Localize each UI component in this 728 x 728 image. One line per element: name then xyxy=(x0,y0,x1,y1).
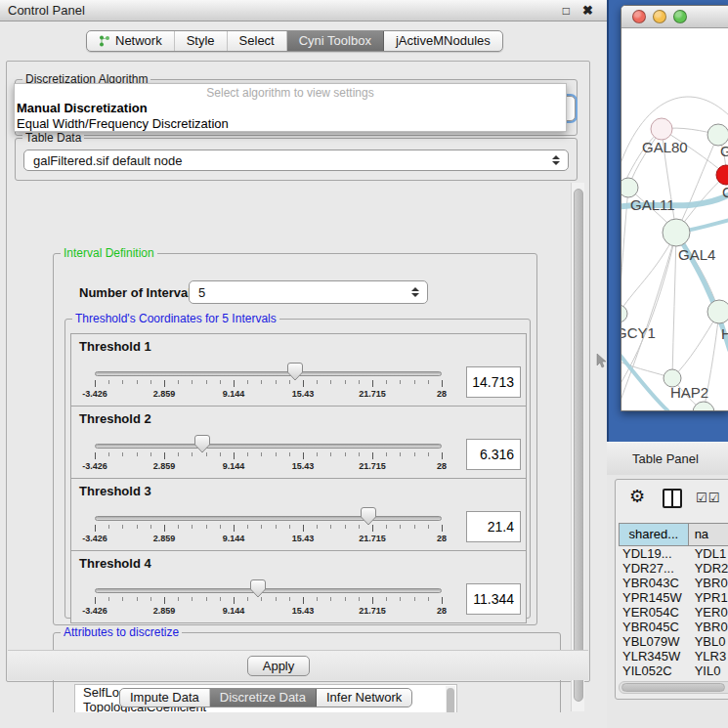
network-node[interactable] xyxy=(663,219,690,246)
slider-ticks xyxy=(95,452,442,460)
threshold-value-field[interactable]: 14.713 xyxy=(466,366,521,398)
table-row[interactable]: YPR145WYPR1 xyxy=(619,590,728,605)
table-row[interactable]: YDL19...YDL1 xyxy=(619,546,728,561)
tab-network[interactable]: Network xyxy=(87,31,175,51)
table-rows: YDL19...YDL1YDR27...YDR2YBR043CYBR0YPR14… xyxy=(619,546,728,678)
tick-label: 21.715 xyxy=(359,606,386,616)
node-label: H xyxy=(721,325,728,342)
attributes-scrollbar[interactable] xyxy=(446,686,455,712)
tick-label: 28 xyxy=(437,606,447,616)
node-table[interactable]: shared... na YDL19...YDL1YDR27...YDR2YBR… xyxy=(619,523,728,679)
table-row[interactable]: YER054CYER0 xyxy=(619,605,728,620)
cell-shared-name: YPR145W xyxy=(619,590,689,605)
bottom-tab-bar: Impute DataDiscretize DataInfer Network xyxy=(119,688,412,707)
algorithm-dropdown-popup: Select algorithm to view settings Manual… xyxy=(14,83,567,132)
table-data-legend: Table Data xyxy=(22,131,84,145)
tick-label: 9.144 xyxy=(223,389,245,399)
tick-label: 2.859 xyxy=(153,534,176,543)
table-row[interactable]: YDR27...YDR2 xyxy=(619,561,728,576)
slider-tick-labels: -3.4262.8599.14415.4321.71528 xyxy=(95,606,442,616)
threshold-value-field[interactable]: 21.4 xyxy=(466,511,521,542)
table-data-fieldset: Table Data galFiltered.sif default node xyxy=(15,138,578,181)
table-row[interactable]: YBR045CYBR0 xyxy=(619,620,728,634)
slider-ticks xyxy=(95,597,442,605)
table-row[interactable]: YBL079WYBL0 xyxy=(619,634,728,649)
threshold-label: Threshold 3 xyxy=(79,484,151,498)
network-node[interactable] xyxy=(693,402,714,411)
network-node[interactable] xyxy=(707,300,728,323)
threshold-value-field[interactable]: 6.316 xyxy=(466,439,521,470)
slider-ticks xyxy=(95,380,442,388)
num-intervals-combobox[interactable]: 5 xyxy=(189,280,428,304)
slider-track[interactable] xyxy=(95,588,442,593)
cell-shared-name: YER054C xyxy=(619,605,689,620)
table-row[interactable]: YIL052CYIL0 xyxy=(619,664,728,678)
tab-style[interactable]: Style xyxy=(175,31,228,51)
split-column-icon[interactable] xyxy=(663,489,682,508)
table-row[interactable]: YLR345WYLR3 xyxy=(619,649,728,664)
network-view-window[interactable]: GAL80GACGAL11GAL4GCY1HHAP2 xyxy=(621,5,728,411)
cell-shared-name: YBR043C xyxy=(619,576,689,590)
table-panel-box: ⚙ ☑☑ shared... na YDL19...YDL1YDR27...YD… xyxy=(615,479,728,700)
close-icon[interactable]: ✖ xyxy=(582,3,593,18)
tab-cyni-toolbox[interactable]: Cyni Toolbox xyxy=(287,31,384,51)
node-label: GAL4 xyxy=(678,246,715,263)
slider-thumb[interactable] xyxy=(287,363,303,381)
bottom-tab-infer-network[interactable]: Infer Network xyxy=(317,689,411,707)
control-panel-titlebar[interactable]: Control Panel □ ✖ xyxy=(0,0,607,21)
gear-icon[interactable]: ⚙ xyxy=(629,486,645,507)
attributes-legend: Attributes to discretize xyxy=(61,625,182,639)
table-panel-titlebar[interactable]: Table Panel xyxy=(607,442,728,475)
slider-thumb[interactable] xyxy=(194,435,210,453)
network-graph[interactable]: GAL80GACGAL11GAL4GCY1HHAP2 xyxy=(621,28,728,411)
zoom-traffic-light-icon[interactable] xyxy=(673,10,687,23)
tab-jactivemnodules[interactable]: jActiveMNodules xyxy=(384,31,502,51)
column-header-name[interactable]: na xyxy=(689,523,728,546)
bottom-tab-impute-data[interactable]: Impute Data xyxy=(120,689,210,707)
cell-shared-name: YBL079W xyxy=(619,634,689,649)
table-header-row: shared... na xyxy=(619,523,728,546)
slider-thumb[interactable] xyxy=(250,579,266,598)
dropdown-option-manual[interactable]: Manual Discretization xyxy=(17,101,148,115)
main-scrollbar[interactable] xyxy=(571,183,584,711)
bottom-tab-discretize-data[interactable]: Discretize Data xyxy=(210,689,317,707)
network-window-titlebar[interactable] xyxy=(621,6,728,28)
interval-definition-legend: Interval Definition xyxy=(61,246,157,260)
close-traffic-light-icon[interactable] xyxy=(632,10,646,23)
float-icon[interactable]: □ xyxy=(563,4,570,18)
tab-label: Style xyxy=(187,31,215,51)
threshold-row: Threshold 1-3.4262.8599.14415.4321.71528… xyxy=(70,333,527,407)
right-region: GAL80GACGAL11GAL4GCY1HHAP2 Table Panel ⚙… xyxy=(607,0,728,728)
slider-track[interactable] xyxy=(95,371,442,376)
cell-name: YBL0 xyxy=(689,634,728,649)
dropdown-option-equal-width[interactable]: Equal Width/Frequency Discretization xyxy=(17,116,229,131)
apply-button[interactable]: Apply xyxy=(247,656,310,676)
slider-track[interactable] xyxy=(95,516,442,521)
network-node[interactable] xyxy=(651,118,672,140)
checkbox-icons[interactable]: ☑☑ xyxy=(696,491,720,505)
threshold-label: Threshold 4 xyxy=(79,556,151,571)
tick-label: 2.859 xyxy=(153,461,176,471)
spinner-icon xyxy=(552,155,560,165)
table-hscrollbar[interactable] xyxy=(619,681,728,694)
cell-name: YDR2 xyxy=(689,561,728,576)
slider-tick-labels: -3.4262.8599.14415.4321.71528 xyxy=(95,389,442,399)
tick-label: -3.426 xyxy=(82,389,107,399)
table-row[interactable]: YBR043CYBR0 xyxy=(619,576,728,590)
slider-thumb[interactable] xyxy=(361,507,376,526)
thresholds-legend: Threshold's Coordinates for 5 Intervals xyxy=(72,312,279,325)
minimize-traffic-light-icon[interactable] xyxy=(653,10,666,23)
tick-label: 28 xyxy=(437,534,447,543)
slider-track[interactable] xyxy=(95,444,442,449)
network-icon xyxy=(99,35,110,47)
tab-select[interactable]: Select xyxy=(228,31,287,51)
cell-name: YER0 xyxy=(689,605,728,620)
network-node[interactable] xyxy=(621,178,638,197)
network-node[interactable] xyxy=(621,305,627,322)
table-data-combobox[interactable]: galFiltered.sif default node xyxy=(23,150,569,171)
tab-label: jActiveMNodules xyxy=(396,31,491,51)
threshold-value-field[interactable]: 11.344 xyxy=(466,583,521,615)
threshold-row: Threshold 2-3.4262.8599.14415.4321.71528… xyxy=(70,406,527,479)
column-header-shared[interactable]: shared... xyxy=(619,523,689,546)
tick-label: 28 xyxy=(437,461,447,471)
